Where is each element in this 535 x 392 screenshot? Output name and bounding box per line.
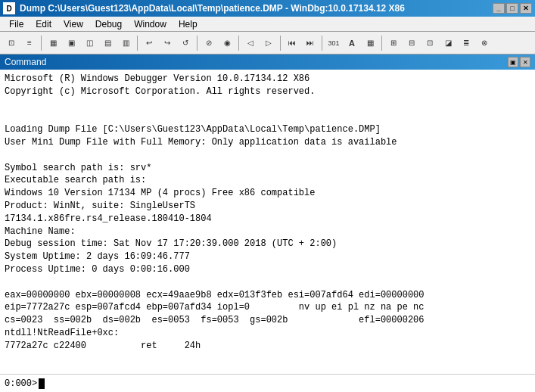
title-bar: D Dump C:\Users\Guest123\AppData\Local\T… bbox=[0, 0, 535, 17]
menu-bar: File Edit View Debug Window Help bbox=[0, 17, 535, 32]
menu-window[interactable]: Window bbox=[128, 17, 173, 31]
tb-btn-21[interactable]: ⊟ bbox=[403, 35, 420, 51]
tb-btn-11[interactable]: ⊘ bbox=[201, 35, 217, 51]
menu-edit[interactable]: Edit bbox=[30, 17, 58, 31]
tb-btn-16[interactable]: ⏭ bbox=[302, 35, 319, 51]
tb-btn-12[interactable]: ◉ bbox=[219, 35, 235, 51]
toolbar-sep-7 bbox=[381, 36, 382, 51]
tb-btn-1[interactable]: ⊡ bbox=[3, 35, 20, 51]
tb-btn-7[interactable]: ▥ bbox=[117, 35, 134, 51]
tb-btn-9[interactable]: ↪ bbox=[159, 35, 176, 51]
tb-btn-18[interactable]: A bbox=[344, 35, 360, 51]
close-button[interactable]: ✕ bbox=[520, 3, 532, 14]
cmd-header-btn-terminal[interactable]: ▣ bbox=[508, 57, 518, 67]
tb-btn-2[interactable]: ≡ bbox=[21, 35, 38, 51]
title-bar-left: D Dump C:\Users\Guest123\AppData\Local\T… bbox=[3, 2, 405, 14]
tb-btn-6[interactable]: ▤ bbox=[99, 35, 116, 51]
cmd-header-btn-close[interactable]: ✕ bbox=[520, 57, 530, 67]
menu-debug[interactable]: Debug bbox=[89, 17, 128, 31]
toolbar-sep-3 bbox=[197, 36, 198, 51]
title-controls[interactable]: _ □ ✕ bbox=[493, 3, 532, 14]
tb-btn-14[interactable]: ▷ bbox=[260, 35, 277, 51]
tb-btn-3[interactable]: ▦ bbox=[45, 35, 61, 51]
toolbar: ⊡ ≡ ▦ ▣ ◫ ▤ ▥ ↩ ↪ ↺ ⊘ ◉ ◁ ▷ ⏮ ⏭ 301 A ▦ … bbox=[0, 32, 535, 54]
toolbar-sep-6 bbox=[322, 36, 322, 51]
toolbar-sep-4 bbox=[238, 36, 239, 51]
command-output-area: Microsoft (R) Windows Debugger Version 1… bbox=[0, 70, 535, 374]
tb-btn-22[interactable]: ⊡ bbox=[421, 35, 438, 51]
tb-btn-15[interactable]: ⏮ bbox=[284, 35, 300, 51]
command-output-text: Microsoft (R) Windows Debugger Version 1… bbox=[5, 73, 530, 353]
command-input-line[interactable]: 0:000> bbox=[0, 374, 535, 392]
toolbar-sep-2 bbox=[137, 36, 138, 51]
menu-help[interactable]: Help bbox=[173, 17, 204, 31]
tb-btn-17[interactable]: 301 bbox=[325, 35, 342, 51]
toolbar-sep-1 bbox=[41, 36, 42, 51]
tb-btn-13[interactable]: ◁ bbox=[242, 35, 259, 51]
menu-view[interactable]: View bbox=[58, 17, 89, 31]
main-container: Command ▣ ✕ Microsoft (R) Windows Debugg… bbox=[0, 54, 535, 392]
title-text: Dump C:\Users\Guest123\AppData\Local\Tem… bbox=[20, 3, 405, 14]
app-icon: D bbox=[3, 2, 15, 14]
tb-btn-20[interactable]: ⊞ bbox=[385, 35, 402, 51]
command-window-header: Command ▣ ✕ bbox=[0, 54, 535, 70]
tb-btn-5[interactable]: ◫ bbox=[81, 35, 98, 51]
toolbar-sep-5 bbox=[280, 36, 281, 51]
command-window-title: Command bbox=[5, 57, 46, 67]
command-cursor bbox=[39, 378, 45, 389]
tb-btn-8[interactable]: ↩ bbox=[141, 35, 157, 51]
tb-btn-24[interactable]: ≣ bbox=[458, 35, 474, 51]
tb-btn-23[interactable]: ◪ bbox=[440, 35, 456, 51]
tb-btn-10[interactable]: ↺ bbox=[177, 35, 194, 51]
maximize-button[interactable]: □ bbox=[506, 3, 518, 14]
tb-btn-25[interactable]: ⊗ bbox=[476, 35, 493, 51]
command-prompt: 0:000> bbox=[5, 378, 37, 389]
cmd-header-buttons[interactable]: ▣ ✕ bbox=[508, 57, 530, 67]
tb-btn-19[interactable]: ▦ bbox=[362, 35, 378, 51]
minimize-button[interactable]: _ bbox=[493, 3, 505, 14]
tb-btn-4[interactable]: ▣ bbox=[63, 35, 79, 51]
menu-file[interactable]: File bbox=[3, 17, 30, 31]
